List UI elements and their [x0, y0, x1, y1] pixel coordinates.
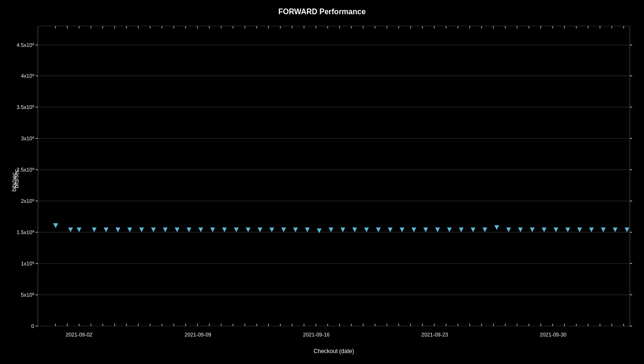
- svg-marker-161: [411, 228, 416, 232]
- svg-marker-142: [187, 228, 191, 232]
- svg-marker-170: [518, 228, 523, 232]
- svg-marker-132: [68, 228, 73, 232]
- svg-marker-174: [565, 228, 570, 232]
- svg-marker-131: [53, 223, 58, 228]
- svg-marker-141: [175, 228, 179, 232]
- x-label-sep23: 2021-09-23: [421, 332, 448, 337]
- svg-marker-175: [577, 228, 582, 232]
- svg-marker-160: [400, 228, 404, 232]
- svg-marker-147: [246, 228, 250, 232]
- x-axis-ticks: [55, 324, 624, 326]
- svg-marker-169: [506, 228, 511, 232]
- svg-marker-152: [305, 228, 310, 232]
- svg-marker-136: [116, 228, 120, 232]
- svg-marker-179: [625, 228, 629, 232]
- svg-marker-178: [613, 228, 617, 232]
- svg-marker-151: [293, 228, 298, 232]
- svg-marker-162: [423, 228, 428, 232]
- chart-container: FORWARD Performance bits/sec 0 5x10⁸ 1x1…: [0, 0, 644, 364]
- chart-svg: 0 5x10⁸ 1x10⁹ 1.5x10⁹ 2x10⁹ 2.5x10⁹: [0, 0, 644, 364]
- svg-marker-156: [352, 228, 357, 232]
- svg-marker-165: [459, 228, 464, 232]
- svg-marker-172: [542, 228, 546, 232]
- y-label-3e9: 3x10⁹: [21, 136, 34, 141]
- svg-marker-138: [139, 228, 144, 232]
- svg-marker-133: [77, 228, 81, 232]
- svg-marker-168: [494, 225, 499, 230]
- svg-marker-159: [388, 228, 393, 232]
- svg-marker-163: [435, 228, 440, 232]
- svg-marker-155: [340, 228, 345, 232]
- x-label-sep09: 2021-09-09: [185, 332, 211, 337]
- svg-marker-149: [269, 228, 274, 232]
- svg-marker-154: [329, 228, 333, 232]
- svg-marker-157: [364, 228, 369, 232]
- x-label-sep16: 2021-09-16: [303, 332, 330, 337]
- x-axis-title: Checkout (date): [313, 348, 354, 355]
- svg-marker-135: [104, 228, 108, 232]
- svg-marker-145: [222, 228, 227, 232]
- svg-marker-150: [281, 228, 286, 232]
- y-label-4e9: 4x10⁹: [21, 73, 34, 79]
- svg-marker-139: [151, 228, 156, 232]
- svg-marker-134: [92, 228, 97, 232]
- svg-marker-148: [258, 228, 262, 232]
- y-label-0: 0: [31, 323, 34, 329]
- svg-marker-171: [530, 228, 535, 232]
- svg-marker-177: [601, 228, 606, 232]
- top-ticks: [55, 26, 624, 28]
- svg-marker-173: [554, 228, 558, 232]
- svg-marker-137: [127, 228, 132, 232]
- y-label-1.5e9: 1.5x10⁹: [17, 229, 34, 235]
- svg-marker-166: [471, 228, 475, 232]
- svg-marker-167: [483, 228, 487, 232]
- y-axis-label-text: bits/sec: [13, 169, 20, 189]
- svg-marker-164: [447, 228, 452, 232]
- y-label-3.5e9: 3.5x10⁹: [17, 104, 34, 110]
- y-label-5e8: 5x10⁸: [21, 292, 35, 298]
- svg-marker-158: [376, 228, 381, 232]
- x-label-sep30: 2021-09-30: [540, 332, 566, 337]
- x-label-sep02: 2021-09-02: [66, 332, 92, 337]
- svg-marker-146: [234, 228, 239, 232]
- y-label-2e9: 2x10⁹: [21, 198, 34, 204]
- svg-marker-140: [163, 228, 168, 232]
- data-points: [53, 223, 629, 233]
- svg-marker-176: [589, 228, 594, 232]
- svg-marker-144: [210, 228, 215, 232]
- y-label-1e9: 1x10⁹: [21, 261, 34, 266]
- y-label-4.5e9: 4.5x10⁹: [17, 42, 34, 48]
- svg-marker-143: [198, 228, 203, 232]
